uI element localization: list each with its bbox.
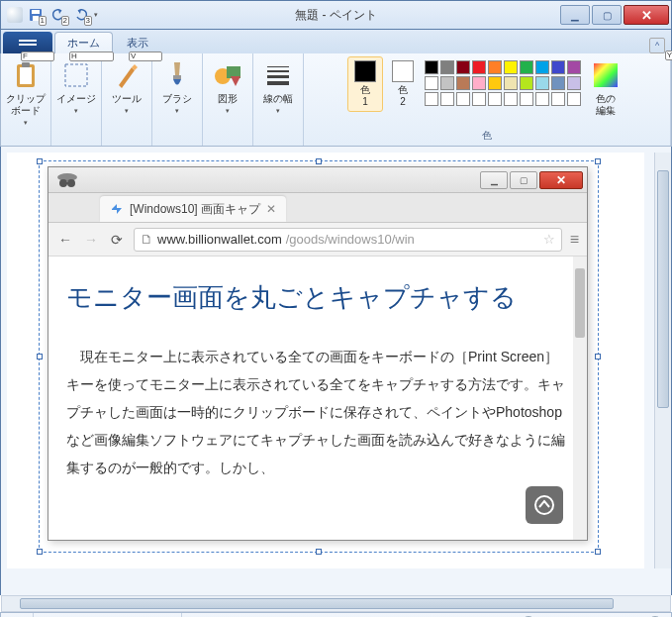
back-button[interactable]: ← <box>56 231 74 249</box>
svg-point-14 <box>59 179 67 187</box>
palette-color[interactable] <box>456 92 470 106</box>
clipboard-button[interactable]: クリップ ボード ▾ <box>5 56 47 130</box>
shapes-button[interactable]: 図形 ▾ <box>207 56 248 118</box>
tab-title: [Windows10] 画面キャプ <box>130 201 260 218</box>
url-input[interactable]: 🗋 www.billionwallet.com/goods/windows10/… <box>134 228 562 252</box>
svg-rect-1 <box>32 10 40 14</box>
palette-color[interactable] <box>456 76 470 90</box>
browser-tab[interactable]: [Windows10] 画面キャプ ✕ <box>100 196 286 222</box>
palette-color[interactable] <box>567 76 581 90</box>
palette-color[interactable] <box>520 92 533 106</box>
ribbon: クリップ ボード ▾ イメージ ▾ ツール ▾ ブラシ <box>0 53 672 147</box>
status-selection-size <box>34 613 182 617</box>
browser-menu-button[interactable]: ≡ <box>570 231 579 249</box>
browser-maximize-button[interactable]: ▢ <box>510 171 537 189</box>
ribbon-help-button[interactable]: ^Y <box>649 38 665 53</box>
palette-color[interactable] <box>440 60 454 74</box>
browser-close-button[interactable]: ✕ <box>539 171 583 189</box>
palette-color[interactable] <box>472 92 486 106</box>
forward-button[interactable]: → <box>82 231 100 249</box>
url-host: www.billionwallet.com <box>157 232 282 247</box>
palette-color[interactable] <box>504 60 518 74</box>
chevron-down-icon: ▾ <box>276 107 280 115</box>
palette-color[interactable] <box>440 92 454 106</box>
palette-color[interactable] <box>551 92 565 106</box>
scroll-to-top-button[interactable] <box>526 486 563 524</box>
vertical-scrollbar[interactable] <box>654 153 671 568</box>
palette-color[interactable] <box>488 92 502 106</box>
svg-point-17 <box>535 496 553 514</box>
palette-color[interactable] <box>425 92 438 106</box>
file-menu-tab[interactable]: F <box>3 32 52 53</box>
shortcut-badge: V <box>129 51 162 61</box>
button-label: ツール <box>112 93 142 105</box>
svg-rect-6 <box>20 67 32 84</box>
image-select-button[interactable]: イメージ ▾ <box>55 56 97 118</box>
qat-undo-button[interactable]: 2 <box>48 5 68 25</box>
svg-point-15 <box>67 179 75 187</box>
palette-color[interactable] <box>504 76 518 90</box>
edit-colors-button[interactable]: 色の 編集 <box>585 56 626 120</box>
tab-close-icon[interactable]: ✕ <box>266 202 276 216</box>
palette-color[interactable] <box>456 60 470 74</box>
palette-color[interactable] <box>425 60 438 74</box>
svg-rect-8 <box>65 64 87 86</box>
minimize-button[interactable]: ▁ <box>560 5 590 25</box>
browser-titlebar: ▁ ▢ ✕ <box>48 167 587 193</box>
palette-color[interactable] <box>551 60 565 74</box>
reload-button[interactable]: ⟳ <box>108 231 126 249</box>
browser-minimize-button[interactable]: ▁ <box>480 171 508 189</box>
tools-button[interactable]: ツール ▾ <box>106 56 147 118</box>
palette-color[interactable] <box>567 92 581 106</box>
palette-color[interactable] <box>551 76 565 90</box>
page-scrollbar[interactable] <box>573 257 587 540</box>
svg-rect-7 <box>22 62 30 67</box>
svg-rect-3 <box>19 40 37 42</box>
palette-color[interactable] <box>520 60 533 74</box>
color2-swatch <box>392 60 414 82</box>
tab-home[interactable]: ホーム H <box>54 32 113 53</box>
canvas[interactable]: ▁ ▢ ✕ [Windows10] 画面キャプ ✕ ← → ⟳ 🗋 www.bi <box>7 153 644 568</box>
color-palette <box>423 56 583 110</box>
palette-color[interactable] <box>472 60 486 74</box>
group-colors: 色 1 色 2 色の 編集 色 <box>304 53 671 146</box>
favicon-icon <box>110 202 124 216</box>
embedded-browser-window: ▁ ▢ ✕ [Windows10] 画面キャプ ✕ ← → ⟳ 🗋 www.bi <box>48 166 588 541</box>
palette-color[interactable] <box>520 76 533 90</box>
button-label: 図形 <box>218 93 238 105</box>
canvas-area: ▁ ▢ ✕ [Windows10] 画面キャプ ✕ ← → ⟳ 🗋 www.bi <box>0 147 672 595</box>
palette-color[interactable] <box>488 60 502 74</box>
group-image: イメージ ▾ <box>51 53 102 146</box>
qat-customize-arrow[interactable]: ▾ <box>94 11 98 19</box>
palette-color[interactable] <box>535 76 549 90</box>
stroke-width-button[interactable]: 線の幅 ▾ <box>257 56 299 118</box>
palette-color[interactable] <box>567 60 581 74</box>
palette-color[interactable] <box>472 76 486 90</box>
status-canvas-size <box>182 613 479 617</box>
close-button[interactable]: ✕ <box>624 5 669 25</box>
statusbar: 100% − + <box>0 612 672 617</box>
palette-color[interactable] <box>440 76 454 90</box>
tab-label: ホーム <box>67 36 100 51</box>
svg-rect-4 <box>19 44 37 46</box>
chevron-down-icon: ▾ <box>125 107 129 115</box>
bookmark-star-icon[interactable]: ☆ <box>543 232 555 247</box>
color2-button[interactable]: 色 2 <box>385 56 421 112</box>
palette-color[interactable] <box>535 60 549 74</box>
qat-save-button[interactable]: 1 <box>26 5 46 25</box>
brushes-button[interactable]: ブラシ ▾ <box>156 56 198 118</box>
qat-redo-button[interactable]: 3 <box>71 5 91 25</box>
paint-app-icon[interactable] <box>7 7 23 23</box>
group-clipboard: クリップ ボード ▾ <box>1 53 51 146</box>
palette-color[interactable] <box>504 92 518 106</box>
page-paragraph: 現在モニター上に表示されている全ての画面をキーボードの［Print Screen… <box>66 343 569 481</box>
palette-color[interactable] <box>535 92 549 106</box>
horizontal-scrollbar[interactable] <box>1 595 671 612</box>
site-info-icon[interactable]: 🗋 <box>141 232 153 247</box>
tab-view[interactable]: 表示 V <box>115 32 160 53</box>
color1-button[interactable]: 色 1 <box>347 56 383 112</box>
maximize-button[interactable]: ▢ <box>592 5 622 25</box>
button-label: 色 2 <box>398 84 408 108</box>
palette-color[interactable] <box>488 76 502 90</box>
palette-color[interactable] <box>425 76 438 90</box>
